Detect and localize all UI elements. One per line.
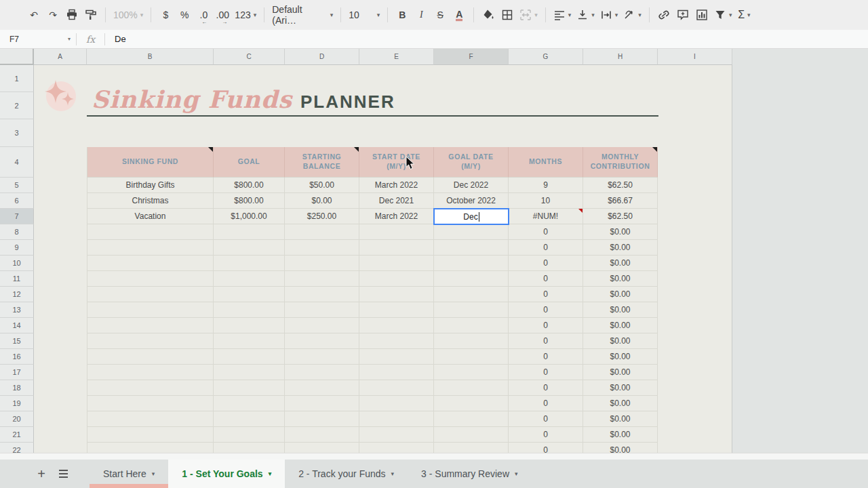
cell-r6-c7[interactable]: $66.67 [583, 193, 658, 209]
cell-r10-c6[interactable]: 0 [509, 256, 583, 271]
cell-r16-c5[interactable] [434, 349, 509, 365]
cell-r5-c1[interactable]: Birthday Gifts [87, 178, 214, 193]
cell-r11-c5[interactable] [434, 271, 509, 287]
column-header-F[interactable]: F [434, 49, 509, 65]
cell-r9-c6[interactable]: 0 [509, 240, 583, 256]
row-header-7[interactable]: 7 [0, 209, 34, 224]
cell-r22-c7[interactable]: $0.00 [583, 443, 658, 453]
cell-r6-c4[interactable]: Dec 2021 [359, 193, 434, 209]
cell-r22-c4[interactable] [359, 443, 434, 453]
cell-r7-c4[interactable]: March 2022 [359, 209, 434, 224]
cell-r13-c5[interactable] [434, 302, 509, 318]
row-header-18[interactable]: 18 [0, 380, 34, 396]
row-header-20[interactable]: 20 [0, 411, 34, 427]
cell-r17-c3[interactable] [285, 365, 359, 380]
text-rotation-icon[interactable]: ▾ [621, 5, 644, 24]
cell-r8-c5[interactable] [434, 224, 509, 240]
cell-r12-c6[interactable]: 0 [509, 287, 583, 302]
cell-r16-c7[interactable]: $0.00 [583, 349, 658, 365]
row-header-21[interactable]: 21 [0, 427, 34, 443]
column-header-H[interactable]: H [583, 49, 658, 65]
cell-r20-c6[interactable]: 0 [509, 411, 583, 427]
cell-r9-c3[interactable] [285, 240, 359, 256]
cell-r10-c7[interactable]: $0.00 [583, 256, 658, 271]
cell-r19-c3[interactable] [285, 396, 359, 411]
row-header-22[interactable]: 22 [0, 443, 34, 453]
column-header-G[interactable]: G [509, 49, 583, 65]
cell-r8-c4[interactable] [359, 224, 434, 240]
text-wrap-icon[interactable]: ▾ [598, 5, 620, 24]
cell-r12-c4[interactable] [359, 287, 434, 302]
cell-r13-c1[interactable] [87, 302, 214, 318]
cell-r14-c2[interactable] [214, 318, 285, 333]
cell-r20-c1[interactable] [87, 411, 214, 427]
cell-r19-c4[interactable] [359, 396, 434, 411]
cell-r21-c4[interactable] [359, 427, 434, 443]
row-header-16[interactable]: 16 [0, 349, 34, 365]
strikethrough-button[interactable]: S [431, 5, 449, 24]
vertical-align-icon[interactable]: ▾ [574, 5, 597, 24]
row-header-1[interactable]: 1 [0, 65, 34, 92]
column-header-I[interactable]: I [658, 49, 732, 65]
tab-dropdown-icon[interactable]: ▾ [152, 470, 155, 477]
redo-icon[interactable]: ↷ [44, 5, 62, 24]
cell-r16-c4[interactable] [359, 349, 434, 365]
text-color-button[interactable]: A [450, 5, 468, 24]
row-header-9[interactable]: 9 [0, 240, 34, 256]
cell-r11-c3[interactable] [285, 271, 359, 287]
cell-r6-c6[interactable]: 10 [509, 193, 583, 209]
cell-r15-c4[interactable] [359, 333, 434, 349]
tab-dropdown-icon[interactable]: ▾ [391, 470, 395, 477]
cell-r17-c1[interactable] [87, 365, 214, 380]
cell-r5-c3[interactable]: $50.00 [285, 178, 359, 193]
row-header-12[interactable]: 12 [0, 287, 34, 302]
select-all-corner[interactable] [0, 49, 34, 65]
cell-r10-c4[interactable] [359, 256, 434, 271]
cell-r7-c2[interactable]: $1,000.00 [214, 209, 285, 224]
cell-r11-c2[interactable] [214, 271, 285, 287]
paint-format-icon[interactable] [82, 5, 100, 24]
cell-r22-c3[interactable] [285, 443, 359, 453]
table-header-cell[interactable]: STARTING BALANCE [285, 147, 359, 178]
cell-r14-c7[interactable]: $0.00 [583, 318, 658, 333]
cell-r17-c7[interactable]: $0.00 [583, 365, 658, 380]
tab-dropdown-icon[interactable]: ▾ [515, 470, 518, 477]
name-box[interactable]: F7 ▾ [0, 30, 76, 48]
table-header-cell[interactable]: GOAL [214, 147, 285, 178]
cell-r21-c1[interactable] [87, 427, 214, 443]
cell-r8-c7[interactable]: $0.00 [583, 224, 658, 240]
table-header-cell[interactable]: MONTHS [509, 147, 583, 178]
column-header-E[interactable]: E [359, 49, 434, 65]
fill-color-icon[interactable] [479, 5, 497, 24]
cell-r20-c5[interactable] [434, 411, 509, 427]
cell-r18-c5[interactable] [434, 380, 509, 396]
cell-r7-c7[interactable]: $62.50 [583, 209, 658, 224]
table-header-cell[interactable]: SINKING FUND [87, 147, 214, 178]
row-header-14[interactable]: 14 [0, 318, 34, 333]
bold-button[interactable]: B [393, 5, 411, 24]
cell-r7-c6[interactable]: #NUM! [509, 209, 583, 224]
cell-r19-c5[interactable] [434, 396, 509, 411]
cell-r8-c3[interactable] [285, 224, 359, 240]
cell-r9-c7[interactable]: $0.00 [583, 240, 658, 256]
cell-r20-c4[interactable] [359, 411, 434, 427]
cell-r12-c2[interactable] [214, 287, 285, 302]
cell-r21-c2[interactable] [214, 427, 285, 443]
cell-r15-c3[interactable] [285, 333, 359, 349]
cell-r12-c1[interactable] [87, 287, 214, 302]
column-header-C[interactable]: C [214, 49, 285, 65]
zoom-select[interactable]: 100%▾ [111, 5, 145, 24]
cell-r6-c3[interactable]: $0.00 [285, 193, 359, 209]
cell-r22-c1[interactable] [87, 443, 214, 453]
column-header-B[interactable]: B [87, 49, 214, 65]
formula-input[interactable]: De [105, 34, 126, 44]
column-header-D[interactable]: D [285, 49, 359, 65]
cell-r13-c6[interactable]: 0 [509, 302, 583, 318]
cell-r22-c6[interactable]: 0 [509, 443, 583, 453]
cell-r9-c1[interactable] [87, 240, 214, 256]
row-header-11[interactable]: 11 [0, 271, 34, 287]
cell-r22-c5[interactable] [434, 443, 509, 453]
cell-r13-c7[interactable]: $0.00 [583, 302, 658, 318]
cell-r19-c7[interactable]: $0.00 [583, 396, 658, 411]
table-header-cell[interactable]: START DATE (M/Y) [359, 147, 434, 178]
